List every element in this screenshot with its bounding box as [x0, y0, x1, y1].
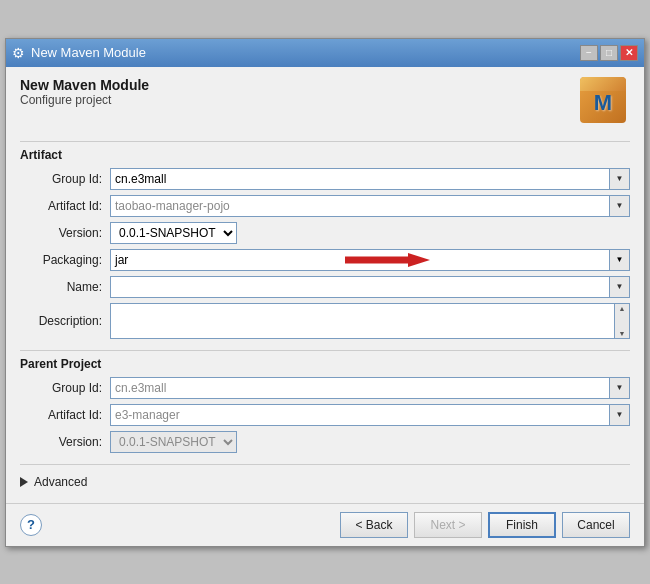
section-divider: [20, 350, 630, 351]
arrow-indicator: [340, 249, 430, 271]
maven-m-letter: M: [594, 90, 612, 116]
title-bar-buttons: − □ ✕: [580, 45, 638, 61]
svg-marker-1: [408, 253, 430, 267]
parent-artifact-id-control: ▼: [110, 404, 630, 426]
packaging-row: Packaging: jar ▼: [20, 249, 630, 271]
group-id-row: Group Id: ▼: [20, 168, 630, 190]
parent-artifact-id-label: Artifact Id:: [20, 408, 110, 422]
parent-artifact-id-input[interactable]: [110, 404, 610, 426]
next-button[interactable]: Next >: [414, 512, 482, 538]
name-control: ▼: [110, 276, 630, 298]
title-bar-left: ⚙ New Maven Module: [12, 45, 146, 61]
parent-version-select[interactable]: 0.0.1-SNAPSHOT: [110, 431, 237, 453]
header-area: New Maven Module Configure project M: [20, 77, 630, 127]
artifact-section-title: Artifact: [20, 148, 630, 162]
description-scrollbar[interactable]: ▲ ▼: [614, 303, 630, 339]
version-row: Version: 0.0.1-SNAPSHOT: [20, 222, 630, 244]
description-label: Description:: [20, 314, 110, 328]
finish-button[interactable]: Finish: [488, 512, 556, 538]
title-bar: ⚙ New Maven Module − □ ✕: [6, 39, 644, 67]
artifact-id-row: Artifact Id: ▼: [20, 195, 630, 217]
footer-left: ?: [20, 514, 42, 536]
advanced-label: Advanced: [34, 475, 87, 489]
description-row: Description: ▲ ▼: [20, 303, 630, 339]
name-row: Name: ▼: [20, 276, 630, 298]
parent-group-id-input[interactable]: [110, 377, 610, 399]
window-title: New Maven Module: [31, 45, 146, 60]
artifact-id-control: ▼: [110, 195, 630, 217]
group-id-control: ▼: [110, 168, 630, 190]
parent-version-label: Version:: [20, 435, 110, 449]
advanced-section[interactable]: Advanced: [20, 475, 630, 489]
version-label: Version:: [20, 226, 110, 240]
advanced-divider: [20, 464, 630, 465]
name-label: Name:: [20, 280, 110, 294]
parent-artifact-id-dropdown-btn[interactable]: ▼: [610, 404, 630, 426]
version-select[interactable]: 0.0.1-SNAPSHOT: [110, 222, 237, 244]
maven-icon-container: M: [580, 77, 626, 123]
maximize-button[interactable]: □: [600, 45, 618, 61]
close-button[interactable]: ✕: [620, 45, 638, 61]
packaging-label: Packaging:: [20, 253, 110, 267]
group-id-input[interactable]: [110, 168, 610, 190]
description-textarea[interactable]: [110, 303, 614, 339]
packaging-dropdown-btn[interactable]: ▼: [610, 249, 630, 271]
parent-section-title: Parent Project: [20, 357, 630, 371]
gear-icon: ⚙: [12, 45, 25, 61]
description-control: ▲ ▼: [110, 303, 630, 339]
dialog-title: New Maven Module: [20, 77, 149, 93]
cancel-button[interactable]: Cancel: [562, 512, 630, 538]
back-button[interactable]: < Back: [340, 512, 408, 538]
name-input[interactable]: [110, 276, 610, 298]
artifact-id-label: Artifact Id:: [20, 199, 110, 213]
artifact-id-dropdown-btn[interactable]: ▼: [610, 195, 630, 217]
minimize-button[interactable]: −: [580, 45, 598, 61]
parent-group-id-label: Group Id:: [20, 381, 110, 395]
help-button[interactable]: ?: [20, 514, 42, 536]
footer: ? < Back Next > Finish Cancel: [6, 503, 644, 546]
main-window: ⚙ New Maven Module − □ ✕ New Maven Modul…: [5, 38, 645, 547]
maven-logo-icon: M: [580, 77, 630, 127]
parent-group-id-dropdown-btn[interactable]: ▼: [610, 377, 630, 399]
parent-artifact-id-row: Artifact Id: ▼: [20, 404, 630, 426]
group-id-label: Group Id:: [20, 172, 110, 186]
parent-group-id-control: ▼: [110, 377, 630, 399]
window-body: New Maven Module Configure project M Art…: [6, 67, 644, 503]
dialog-subtitle: Configure project: [20, 93, 149, 107]
header-divider: [20, 141, 630, 142]
parent-version-row: Version: 0.0.1-SNAPSHOT: [20, 431, 630, 453]
version-control: 0.0.1-SNAPSHOT: [110, 222, 630, 244]
parent-version-control: 0.0.1-SNAPSHOT: [110, 431, 630, 453]
artifact-id-input[interactable]: [110, 195, 610, 217]
parent-group-id-row: Group Id: ▼: [20, 377, 630, 399]
name-dropdown-btn[interactable]: ▼: [610, 276, 630, 298]
footer-buttons: < Back Next > Finish Cancel: [340, 512, 630, 538]
advanced-triangle-icon: [20, 477, 28, 487]
group-id-dropdown-btn[interactable]: ▼: [610, 168, 630, 190]
red-arrow-icon: [340, 249, 430, 271]
header-text: New Maven Module Configure project: [20, 77, 149, 107]
